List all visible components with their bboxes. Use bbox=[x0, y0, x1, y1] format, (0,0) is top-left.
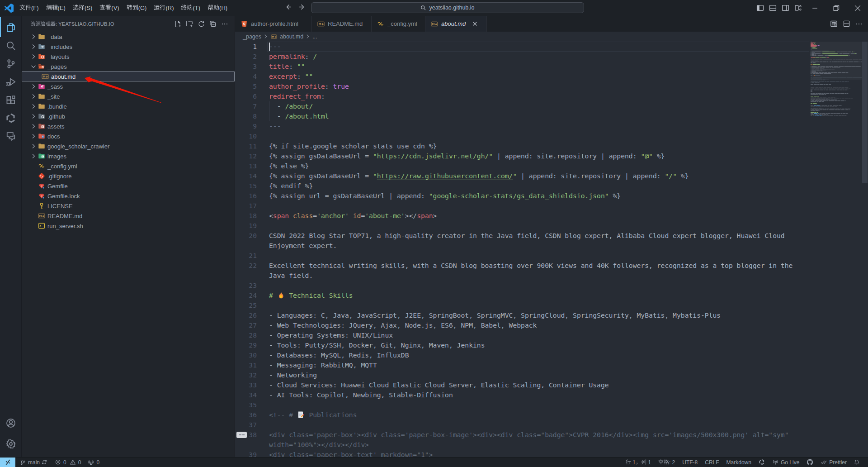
code-line-8: - /about.html bbox=[235, 111, 811, 121]
nav-forward-icon[interactable] bbox=[298, 3, 306, 13]
breadcrumb-label: _pages bbox=[243, 33, 261, 40]
code-token: - Databases: MySQL, Redis, InfluxDB bbox=[269, 350, 409, 360]
tree-item-_site[interactable]: _site bbox=[22, 91, 235, 101]
tab-_config.yml[interactable]: _config.yml bbox=[372, 16, 425, 32]
collapse-all-icon[interactable] bbox=[209, 20, 217, 28]
refresh-icon[interactable] bbox=[198, 20, 205, 28]
activity-tongyi-lingma-icon[interactable] bbox=[0, 109, 22, 127]
tree-item-_config.yml[interactable]: _config.yml bbox=[22, 161, 235, 171]
code-line-text: <div class='paper-box'><div class='paper… bbox=[269, 430, 789, 440]
activity-source-control-icon[interactable] bbox=[0, 55, 22, 73]
tab-author-profile.html[interactable]: 5author-profile.html bbox=[235, 16, 312, 32]
status-cursor-position[interactable]: 1 1 bbox=[622, 457, 655, 467]
open-preview-icon[interactable] bbox=[828, 19, 839, 29]
code-line-29: - Tools: Putty/SSH, Docker, Git, Nginx, … bbox=[235, 340, 811, 350]
tree-item-assets[interactable]: assets bbox=[22, 121, 235, 131]
status-encoding[interactable]: UTF-8 bbox=[679, 457, 701, 467]
activity-settings-icon[interactable] bbox=[0, 434, 22, 454]
tree-item-_data[interactable]: _data bbox=[22, 32, 235, 42]
breadcrumb-_pages[interactable]: _pages bbox=[243, 33, 261, 40]
tree-item-Gemfile[interactable]: Gemfile bbox=[22, 181, 235, 191]
more-icon[interactable] bbox=[221, 20, 228, 28]
license-icon bbox=[38, 202, 45, 210]
status-language-mode[interactable]: Markdown bbox=[723, 457, 755, 467]
chevron-right-icon bbox=[30, 103, 37, 110]
breadcrumb-about.md[interactable]: about.md bbox=[270, 33, 303, 40]
code-token: "/" bbox=[665, 171, 677, 181]
status-remote[interactable] bbox=[0, 457, 15, 467]
code-line-15: {% endif %} bbox=[235, 181, 811, 191]
tree-item-.github[interactable]: .github bbox=[22, 111, 235, 121]
menu-go[interactable]: (G) bbox=[123, 2, 151, 14]
tree-item-google_scholar_crawler[interactable]: google_scholar_crawler bbox=[22, 141, 235, 151]
menu-edit[interactable]: (E) bbox=[42, 2, 69, 14]
status-notifications[interactable] bbox=[850, 457, 864, 467]
toggle-primary-sidebar-button[interactable] bbox=[754, 0, 766, 16]
status-eol[interactable]: CRLF bbox=[701, 457, 722, 467]
activity-run-debug-icon[interactable] bbox=[0, 73, 22, 91]
tree-item-.gitignore[interactable]: .gitignore bbox=[22, 171, 235, 181]
menu-file[interactable]: (F) bbox=[16, 2, 42, 14]
menu-terminal[interactable]: (T) bbox=[177, 2, 204, 14]
tree-item-.bundle[interactable]: .bundle bbox=[22, 101, 235, 111]
tree-item-label: _site bbox=[47, 93, 60, 100]
menu-run[interactable]: (R) bbox=[150, 2, 177, 14]
code-editor[interactable]: 1234567891011121314151617181920212223242… bbox=[235, 42, 868, 457]
tree-item-LICENSE[interactable]: LICENSE bbox=[22, 201, 235, 211]
tab-README.md[interactable]: README.md bbox=[312, 16, 372, 32]
tree-item-_sass[interactable]: _sass bbox=[22, 81, 235, 91]
menu-view[interactable]: (V) bbox=[96, 2, 123, 14]
text-cursor bbox=[269, 43, 270, 51]
new-folder-icon[interactable] bbox=[186, 20, 193, 28]
tree-item-Gemfile.lock[interactable]: Gemfile.lock bbox=[22, 191, 235, 201]
status-git-branch[interactable]: main bbox=[16, 457, 52, 467]
minimap[interactable] bbox=[811, 42, 862, 457]
window-maximize-button[interactable] bbox=[826, 0, 847, 16]
more-icon[interactable] bbox=[854, 19, 864, 29]
activity-extensions-icon[interactable] bbox=[0, 91, 22, 109]
status-tongyi-lingma[interactable] bbox=[755, 457, 769, 467]
status-github[interactable] bbox=[803, 457, 817, 467]
tree-item-label: Gemfile bbox=[47, 183, 68, 190]
close-tab-icon[interactable] bbox=[470, 19, 479, 29]
vertical-scrollbar[interactable] bbox=[862, 42, 868, 457]
tree-item-images[interactable]: images bbox=[22, 151, 235, 161]
tab-bar: 5author-profile.htmlREADME.md_config.yml… bbox=[235, 16, 868, 32]
tree-item-_includes[interactable]: _includes bbox=[22, 42, 235, 52]
status-indentation[interactable]: : 2 bbox=[655, 457, 679, 467]
tree-item-_pages[interactable]: _pages bbox=[22, 62, 235, 71]
breadcrumb-...[interactable]: ... bbox=[312, 33, 317, 40]
toggle-panel-button[interactable] bbox=[766, 0, 779, 16]
code-line-10 bbox=[235, 131, 811, 141]
toggle-secondary-sidebar-button[interactable] bbox=[779, 0, 792, 16]
activity-search-icon[interactable] bbox=[0, 37, 22, 55]
menu-help[interactable]: (H) bbox=[204, 2, 231, 14]
tree-item-about.md[interactable]: about.md bbox=[22, 71, 235, 81]
new-file-icon[interactable] bbox=[174, 20, 181, 28]
breadcrumb-separator-icon bbox=[305, 33, 311, 40]
activity-explorer-icon[interactable] bbox=[0, 19, 22, 37]
status-live-server[interactable]: Go Live bbox=[769, 457, 803, 467]
activity-account-icon[interactable] bbox=[0, 413, 22, 434]
activity-comments-icon[interactable] bbox=[0, 127, 22, 145]
activity-bar-bottom bbox=[0, 413, 21, 457]
tree-item-_layouts[interactable]: _layouts bbox=[22, 52, 235, 62]
status-ports[interactable]: 0 bbox=[85, 457, 103, 467]
tree-item-run_server.sh[interactable]: run_server.sh bbox=[22, 221, 235, 231]
status-prettier[interactable]: Prettier bbox=[817, 457, 850, 467]
code-line-text: - Web Technologies: JQuery, Ajax, Node.j… bbox=[269, 320, 537, 330]
window-close-button[interactable] bbox=[847, 0, 868, 16]
scrollbar-thumb[interactable] bbox=[862, 42, 868, 183]
tree-item-README.md[interactable]: README.md bbox=[22, 211, 235, 221]
status-problems[interactable]: 00 bbox=[52, 457, 85, 467]
customize-layout-button[interactable] bbox=[792, 0, 804, 16]
nav-back-icon[interactable] bbox=[284, 3, 292, 13]
tab-about.md[interactable]: about.md bbox=[425, 16, 487, 32]
split-editor-icon[interactable] bbox=[841, 19, 852, 29]
warning-count: 0 bbox=[78, 459, 81, 466]
folder-github-icon bbox=[38, 113, 45, 120]
menu-selection[interactable]: (S) bbox=[69, 2, 96, 14]
command-center-search[interactable]: yeatsliao.github.io bbox=[311, 2, 584, 13]
tree-item-docs[interactable]: docs bbox=[22, 131, 235, 141]
window-minimize-button[interactable] bbox=[804, 0, 826, 16]
